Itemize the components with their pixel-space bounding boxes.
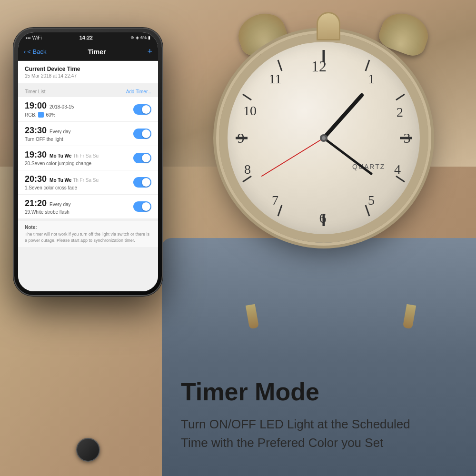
svg-line-3	[396, 94, 405, 100]
svg-line-28	[262, 138, 324, 176]
app-content: Current Device Time 15 Mar 2018 at 14:22…	[18, 61, 158, 291]
svg-line-8	[278, 205, 282, 216]
description-line1: Turn ON/OFF LED Light at the Scheduled	[181, 417, 410, 431]
timer-3-toggle[interactable]	[133, 153, 151, 163]
device-time-label: Current Device Time	[25, 66, 151, 72]
timer-2-detail: Turn OFF the light	[25, 137, 71, 142]
timer-2-time-row: 23:30 Every day	[25, 126, 71, 136]
timer-1-detail: RGB: 60%	[25, 112, 74, 118]
svg-text:2: 2	[397, 105, 403, 119]
svg-text:4: 4	[394, 162, 401, 177]
add-timer-nav-button[interactable]: +	[147, 47, 152, 57]
timer-5-toggle[interactable]	[133, 201, 151, 212]
timer-1-time: 19:00	[25, 101, 47, 111]
svg-text:12: 12	[311, 58, 327, 75]
timer-5-time: 21:20	[25, 198, 47, 208]
timer-1-toggle[interactable]	[133, 104, 151, 115]
timer-3-detail-text: 20.Seven color jumping change	[25, 161, 91, 166]
svg-text:1: 1	[368, 71, 375, 86]
battery-icon: ▮	[148, 35, 150, 40]
timer-3-time-row: 19:30 Mo Tu We Th Fr Sa Su	[25, 150, 99, 160]
svg-text:9: 9	[238, 130, 245, 146]
timer-3-time: 19:30	[25, 150, 47, 160]
timer-4-detail-text: 1.Seven color cross fade	[25, 185, 77, 190]
timer-item-2[interactable]: 23:30 Every day Turn OFF the light	[18, 122, 158, 146]
timer-list-header: Timer List Add Timer...	[18, 86, 158, 97]
back-button[interactable]: ‹ < Back	[24, 48, 46, 55]
timer-item-4[interactable]: 20:30 Mo Tu We Th Fr Sa Su 1.Seven color…	[18, 170, 158, 195]
timer-item-5-left: 21:20 Every day 19.White strobe flash	[25, 198, 71, 215]
svg-line-11	[243, 94, 251, 100]
svg-text:11: 11	[269, 71, 282, 86]
note-text: The timer will not work if you turn off …	[25, 231, 151, 243]
timer-4-days-bright: Mo Tu We	[50, 178, 73, 183]
clock-image: 12 1 2 3 4 5 6 7 8 9 10 11 QUARTZ	[195, 10, 462, 333]
timer-item-4-left: 20:30 Mo Tu We Th Fr Sa Su 1.Seven color…	[25, 174, 99, 190]
back-label: < Back	[27, 48, 46, 55]
add-timer-button[interactable]: Add Timer...	[126, 89, 151, 94]
note-title: Note:	[25, 225, 151, 230]
timer-4-time: 20:30	[25, 174, 47, 184]
timer-list-label: Timer List	[25, 89, 46, 94]
description-line2: Time with the Prefered Color you Set	[181, 436, 383, 450]
clock-foot-left	[246, 304, 259, 329]
note-section: Note: The timer will not work if you tur…	[18, 221, 158, 247]
status-bar-right: ⊕ ◈ 6% ▮	[130, 35, 150, 40]
timer-2-toggle[interactable]	[133, 129, 151, 139]
nav-title: Timer	[46, 48, 147, 56]
timer-1-color-dot	[38, 112, 44, 118]
phone: ▪▪▪ WiFi 14:22 ⊕ ◈ 6% ▮ ‹ < Back Timer	[14, 29, 162, 438]
svg-line-9	[243, 176, 251, 182]
timer-3-days-dim: Th Fr Sa Su	[73, 153, 99, 159]
timer-5-detail-text: 19.White strobe flash	[25, 209, 69, 215]
clock-face-svg: 12 1 2 3 4 5 6 7 8 9 10 11 QUARTZ	[219, 33, 428, 243]
bottom-text-area: Timer Mode Turn ON/OFF LED Light at the …	[162, 364, 476, 476]
svg-text:5: 5	[368, 193, 375, 208]
gps-icon: ⊕	[130, 35, 134, 40]
device-time-value: 15 Mar 2018 at 14:22:47	[25, 73, 151, 79]
device-time-section: Current Device Time 15 Mar 2018 at 14:22…	[18, 61, 158, 83]
timer-item-3-left: 19:30 Mo Tu We Th Fr Sa Su 20.Seven colo…	[25, 150, 99, 166]
timer-4-toggle[interactable]	[133, 177, 151, 188]
battery-percent: 6%	[140, 35, 147, 40]
timer-3-days: Mo Tu We Th Fr Sa Su	[50, 153, 99, 159]
timer-item-1-left: 19:00 2018-03-15 RGB: 60%	[25, 101, 74, 118]
timer-2-days: Every day	[50, 129, 70, 134]
timer-4-detail: 1.Seven color cross fade	[25, 185, 99, 190]
timer-3-days-bright: Mo Tu We	[50, 153, 73, 159]
timer-4-days: Mo Tu We Th Fr Sa Su	[50, 178, 99, 183]
svg-text:3: 3	[404, 130, 411, 146]
nav-bar: ‹ < Back Timer +	[18, 43, 158, 61]
clock-foot-right	[403, 304, 416, 329]
wifi-icon: WiFi	[32, 35, 42, 40]
svg-line-2	[366, 60, 369, 71]
location-icon: ◈	[136, 35, 139, 40]
timer-item-1[interactable]: 19:00 2018-03-15 RGB: 60%	[18, 97, 158, 122]
timer-3-detail: 20.Seven color jumping change	[25, 161, 99, 166]
svg-point-30	[322, 136, 326, 140]
signal-bars-icon: ▪▪▪	[26, 35, 31, 40]
timer-1-date: 2018-03-15	[50, 104, 74, 109]
phone-screen: ▪▪▪ WiFi 14:22 ⊕ ◈ 6% ▮ ‹ < Back Timer	[18, 32, 158, 291]
timer-1-time-row: 19:00 2018-03-15	[25, 101, 74, 111]
timer-4-days-dim: Th Fr Sa Su	[73, 178, 99, 183]
svg-line-5	[396, 176, 405, 182]
status-time: 14:22	[79, 35, 93, 40]
timer-1-detail-text: RGB:	[25, 112, 36, 118]
svg-text:8: 8	[244, 162, 251, 177]
chevron-left-icon: ‹	[24, 48, 26, 55]
timer-item-5[interactable]: 21:20 Every day 19.White strobe flash	[18, 195, 158, 219]
timer-2-time: 23:30	[25, 126, 47, 136]
home-button[interactable]	[76, 438, 100, 462]
svg-line-27	[324, 138, 371, 174]
timer-1-brightness: 60%	[46, 112, 55, 118]
timer-item-3[interactable]: 19:30 Mo Tu We Th Fr Sa Su 20.Seven colo…	[18, 146, 158, 170]
svg-line-12	[278, 60, 282, 71]
svg-text:7: 7	[272, 193, 278, 208]
svg-line-26	[324, 95, 362, 138]
svg-text:10: 10	[243, 103, 257, 118]
status-bar-left: ▪▪▪ WiFi	[26, 35, 42, 40]
timer-5-days: Every day	[50, 202, 70, 207]
timer-4-time-row: 20:30 Mo Tu We Th Fr Sa Su	[25, 174, 99, 184]
status-bar: ▪▪▪ WiFi 14:22 ⊕ ◈ 6% ▮	[18, 32, 158, 43]
